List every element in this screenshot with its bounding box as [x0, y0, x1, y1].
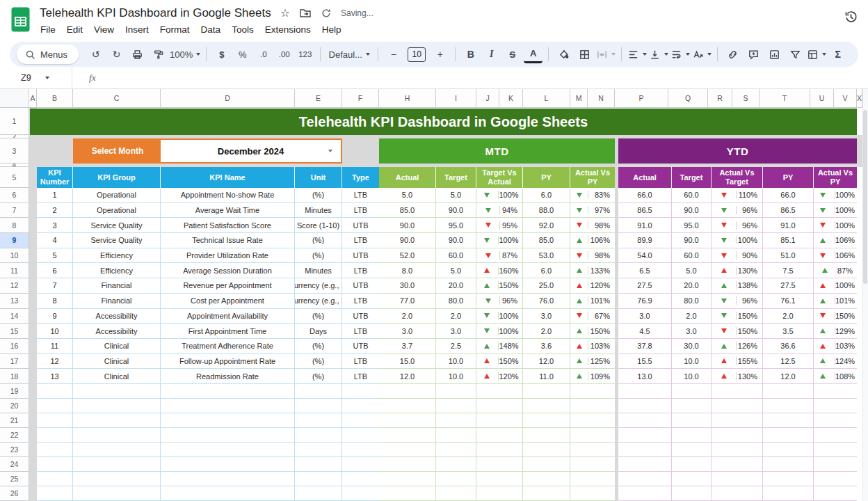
column-header-S[interactable]: S [732, 89, 760, 108]
ytd-actual-vs-target-cell[interactable]: 150% [712, 324, 763, 339]
unit-cell[interactable]: (%) [295, 309, 342, 324]
kpi-group-cell[interactable]: Operational [73, 188, 161, 203]
ytd-actual-vs-py-cell[interactable]: 100% [814, 203, 857, 218]
empty-cell[interactable] [570, 486, 615, 501]
ytd-actual-cell[interactable]: 91.0 [618, 218, 672, 233]
empty-cell[interactable] [436, 443, 476, 457]
column-header-Q[interactable]: Q [668, 89, 708, 108]
ytd-target-cell[interactable]: 90.0 [672, 233, 712, 248]
column-header-X[interactable]: X [857, 89, 862, 108]
mtd-actual-vs-py-cell[interactable]: 150% [570, 324, 615, 339]
row-header-16[interactable]: 16 [0, 339, 29, 354]
type-cell[interactable]: UTB [342, 339, 379, 354]
ytd-target-cell[interactable]: 30.0 [672, 339, 712, 354]
ytd-actual-vs-target-cell[interactable]: 96% [712, 294, 763, 309]
empty-cell[interactable] [37, 472, 73, 486]
empty-cell[interactable] [672, 428, 712, 443]
ytd-actual-cell[interactable]: 37.8 [618, 339, 672, 354]
row-header-5[interactable]: 5 [0, 167, 29, 188]
ytd-actual-cell[interactable]: 3.0 [618, 309, 672, 324]
mtd-actual-vs-py-cell[interactable]: 120% [570, 278, 615, 294]
kpi-name-cell[interactable]: Cost per Appointment [161, 294, 295, 309]
row-header-10[interactable]: 10 [0, 248, 29, 264]
mtd-target-vs-actual-cell[interactable]: 160% [476, 263, 523, 278]
ytd-target-cell[interactable]: 3.0 [672, 324, 712, 339]
menu-view[interactable]: View [88, 22, 120, 37]
empty-cell[interactable] [436, 472, 476, 486]
empty-cell[interactable] [523, 443, 570, 457]
kpi-name-cell[interactable]: Readmission Rate [161, 369, 295, 384]
kpi-number-cell[interactable]: 6 [37, 263, 73, 278]
mtd-actual-cell[interactable]: 3.0 [379, 324, 436, 339]
mtd-py-cell[interactable]: 6.0 [523, 263, 570, 278]
empty-cell[interactable] [712, 443, 763, 457]
menu-tools[interactable]: Tools [226, 22, 259, 37]
mtd-py-cell[interactable]: 85.0 [523, 233, 570, 248]
row-header-6[interactable]: 6 [0, 188, 29, 203]
empty-cell[interactable] [342, 472, 379, 486]
move-to-folder-icon[interactable] [299, 7, 312, 19]
ytd-py-header[interactable]: PY [763, 167, 814, 188]
kpi-number-cell[interactable]: 3 [37, 218, 73, 233]
mtd-target-cell[interactable]: 20.0 [436, 278, 476, 294]
column-header-V[interactable]: V [834, 89, 857, 108]
empty-cell[interactable] [73, 457, 161, 472]
row-header-22[interactable]: 22 [0, 428, 29, 443]
type-cell[interactable]: LTB [342, 263, 379, 278]
empty-cell[interactable] [73, 399, 161, 413]
ytd-actual-cell[interactable]: 6.5 [618, 263, 672, 278]
mtd-target-vs-actual-cell[interactable]: 120% [476, 369, 523, 384]
mtd-actual-vs-py-cell[interactable]: 83% [570, 188, 615, 203]
unit-header[interactable]: Unit [295, 167, 342, 188]
mtd-actual-vs-py-cell[interactable]: 109% [570, 369, 615, 384]
unit-cell[interactable]: Currency (e.g., $) [295, 278, 342, 294]
kpi-number-cell[interactable]: 4 [37, 233, 73, 248]
ytd-actual-vs-target-cell[interactable]: 96% [712, 203, 763, 218]
mtd-target-cell[interactable]: 80.0 [436, 294, 476, 309]
type-cell[interactable]: UTB [342, 248, 379, 264]
mtd-actual-cell[interactable]: 90.0 [379, 233, 436, 248]
type-cell[interactable]: LTB [342, 233, 379, 248]
kpi-number-cell[interactable]: 8 [37, 294, 73, 309]
empty-cell[interactable] [295, 413, 342, 428]
empty-cell[interactable] [523, 413, 570, 428]
ytd-py-cell[interactable]: 2.0 [763, 309, 814, 324]
type-cell[interactable]: LTB [342, 354, 379, 369]
empty-cell[interactable] [763, 472, 814, 486]
empty-cell[interactable] [295, 443, 342, 457]
column-header-H[interactable]: H [379, 89, 436, 108]
kpi-number-cell[interactable]: 5 [37, 248, 73, 264]
bold-button[interactable]: B [461, 45, 480, 63]
create-filter-button[interactable] [786, 45, 805, 63]
column-header-D[interactable]: D [161, 89, 295, 108]
empty-cell[interactable] [161, 413, 295, 428]
empty-cell[interactable] [342, 413, 379, 428]
empty-cell[interactable] [476, 428, 523, 443]
empty-cell[interactable] [763, 428, 814, 443]
empty-cell[interactable] [436, 413, 476, 428]
kpi-group-cell[interactable]: Operational [73, 203, 161, 218]
column-header-K[interactable]: K [499, 89, 523, 108]
row-header-3[interactable]: 3 [0, 138, 29, 164]
mtd-target-vs-actual-cell[interactable]: 150% [476, 354, 523, 369]
text-wrap-button[interactable] [670, 45, 690, 63]
row-header-18[interactable]: 18 [0, 369, 29, 384]
mtd-py-cell[interactable]: 3.6 [523, 339, 570, 354]
kpi-name-cell[interactable]: Revenue per Appointment [161, 278, 295, 294]
empty-cell[interactable] [436, 428, 476, 443]
type-cell[interactable]: LTB [342, 188, 379, 203]
empty-cell[interactable] [342, 443, 379, 457]
insert-comment-button[interactable] [744, 45, 763, 63]
empty-cell[interactable] [161, 457, 295, 472]
empty-cell[interactable] [618, 428, 672, 443]
empty-cell[interactable] [342, 428, 379, 443]
font-size-input[interactable]: 10 [408, 47, 426, 62]
mtd-target-vs-actual-cell[interactable]: 94% [476, 203, 523, 218]
mtd-actual-cell[interactable]: 3.7 [379, 339, 436, 354]
ytd-actual-vs-target-cell[interactable]: 150% [712, 309, 763, 324]
ytd-py-cell[interactable]: 12.5 [763, 354, 814, 369]
insert-chart-button[interactable] [765, 45, 784, 63]
select-all-corner[interactable] [0, 89, 29, 108]
empty-cell[interactable] [672, 399, 712, 413]
merge-cells-button[interactable] [596, 45, 616, 63]
